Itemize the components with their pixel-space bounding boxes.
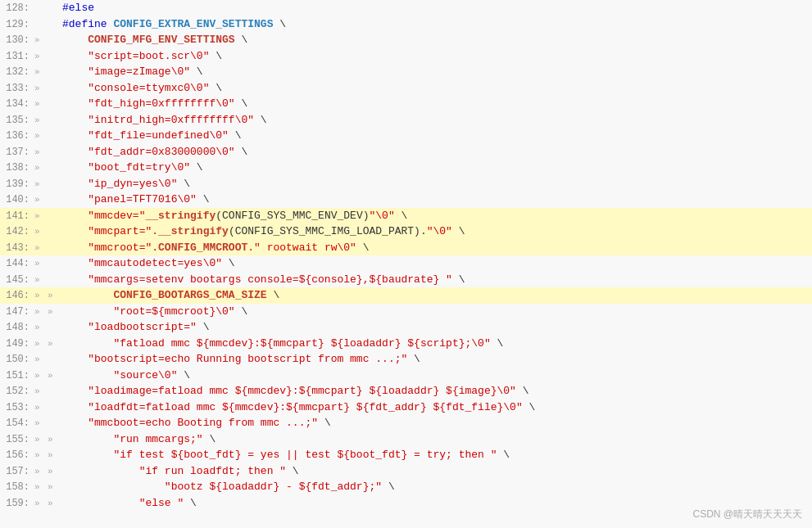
token: \ xyxy=(452,225,465,237)
code-content: "mmcboot=echo Booting from mmc ...;" \ xyxy=(61,415,331,431)
token: #else xyxy=(62,2,94,14)
token: \ xyxy=(254,114,267,126)
token: "loadimage=fatload mmc ${mmcdev}:${mmcpa… xyxy=(88,385,516,397)
arrow1: » xyxy=(34,210,48,223)
token: "script=boot.scr\0" xyxy=(88,50,209,62)
table-row: 157:»» "if run loadfdt; then " \ xyxy=(0,463,812,480)
token: "if run loadfdt; then " xyxy=(139,465,286,477)
token: "mmcargs=setenv bootargs console=${conso… xyxy=(88,273,452,286)
token xyxy=(62,481,165,493)
line-number: 153: xyxy=(0,400,34,415)
line-number: 159: xyxy=(0,496,34,511)
code-content: "root=${mmcroot}\0" \ xyxy=(61,304,247,320)
arrow1: » xyxy=(34,161,48,175)
token: \ xyxy=(177,178,190,190)
table-row: 148:» "loadbootscript=" \ xyxy=(0,319,812,336)
table-row: 144:» "mmcautodetect=yes\0" \ xyxy=(0,255,812,272)
token: \ xyxy=(286,465,299,477)
token: "mmcroot=". xyxy=(88,241,158,254)
arrow2: » xyxy=(48,289,61,303)
token xyxy=(62,241,88,254)
code-container: 128:#else129:#define CONFIG_EXTRA_ENV_SE… xyxy=(0,0,812,528)
token: \ xyxy=(184,497,197,509)
code-content: "loadbootscript=" \ xyxy=(61,319,209,336)
token: \ xyxy=(267,289,280,301)
token: \ xyxy=(273,18,286,30)
token: \ xyxy=(235,146,248,158)
token: \ xyxy=(407,353,420,365)
token xyxy=(62,401,88,413)
code-content: "ip_dyn=yes\0" \ xyxy=(61,176,190,192)
token: \ xyxy=(197,321,210,333)
table-row: 137:» "fdt_addr=0x83000000\0" \ xyxy=(0,144,812,160)
code-table: 128:#else129:#define CONFIG_EXTRA_ENV_SE… xyxy=(0,0,812,511)
arrow1: » xyxy=(34,481,48,494)
token: "mmcpart=". xyxy=(88,225,158,237)
code-content: #else xyxy=(61,0,94,16)
code-content: "mmcargs=setenv bootargs console=${conso… xyxy=(61,272,465,288)
table-row: 134:» "fdt_high=0xffffffff\0" \ xyxy=(0,96,812,112)
token: \ xyxy=(395,210,408,222)
token xyxy=(62,97,88,110)
arrow2: » xyxy=(48,465,61,479)
token: (CONFIG_SYS_MMC_IMG_LOAD_PART). xyxy=(229,225,427,237)
code-content: "image=zImage\0" \ xyxy=(61,64,203,80)
token: "loadbootscript=" xyxy=(88,321,197,333)
line-number: 133: xyxy=(0,81,34,96)
table-row: 139:» "ip_dyn=yes\0" \ xyxy=(0,176,812,192)
code-content: CONFIG_BOOTARGS_CMA_SIZE \ xyxy=(61,287,279,304)
token xyxy=(62,146,88,158)
arrow1: » xyxy=(34,449,48,463)
code-content: "mmcpart=".__stringify(CONFIG_SYS_MMC_IM… xyxy=(61,223,465,240)
line-number: 157: xyxy=(0,464,34,479)
table-row: 158:»» "bootz ${loadaddr} - ${fdt_addr};… xyxy=(0,479,812,495)
token: \ xyxy=(209,50,222,62)
arrow2: » xyxy=(48,305,61,319)
code-content: "bootz ${loadaddr} - ${fdt_addr};" \ xyxy=(61,479,395,495)
token: __stringify xyxy=(158,225,229,237)
token: "root=${mmcroot}\0" xyxy=(113,305,234,318)
line-number: 149: xyxy=(0,336,34,351)
code-content: "boot_fdt=try\0" \ xyxy=(61,160,203,176)
token: ." rootwait rw\0" xyxy=(247,241,356,254)
token: "loadfdt=fatload mmc ${mmcdev}:${mmcpart… xyxy=(88,401,523,413)
line-number: 142: xyxy=(0,224,34,239)
arrow1: » xyxy=(34,178,48,192)
code-content: "source\0" \ xyxy=(61,368,190,384)
table-row: 159:»» "else " \ xyxy=(0,495,812,512)
token: \ xyxy=(491,337,504,350)
arrow1: » xyxy=(34,305,48,319)
token xyxy=(62,114,88,126)
arrow1: » xyxy=(34,369,48,383)
code-content: "script=boot.scr\0" \ xyxy=(61,48,222,65)
line-number: 150: xyxy=(0,352,34,367)
line-number: 139: xyxy=(0,177,34,192)
token xyxy=(62,178,88,190)
line-number: 140: xyxy=(0,192,34,207)
arrow1: » xyxy=(34,129,48,143)
token: \ xyxy=(197,193,210,205)
line-number: 131: xyxy=(0,49,34,64)
code-content: #define CONFIG_EXTRA_ENV_SETTINGS \ xyxy=(61,16,286,33)
token: \ xyxy=(497,449,510,461)
token xyxy=(62,321,88,333)
token xyxy=(62,225,88,237)
token: (CONFIG_SYS_MMC_ENV_DEV) xyxy=(215,210,369,222)
token xyxy=(62,465,139,477)
table-row: 140:» "panel=TFT7016\0" \ xyxy=(0,192,812,208)
line-number: 154: xyxy=(0,416,34,431)
code-content: "fdt_file=undefined\0" \ xyxy=(61,128,241,144)
token xyxy=(62,433,113,445)
token: \ xyxy=(523,401,536,413)
code-content: "mmcautodetect=yes\0" \ xyxy=(61,255,235,272)
table-row: 141:» "mmcdev="__stringify(CONFIG_SYS_MM… xyxy=(0,208,812,224)
token: "bootscript=echo Running bootscript from… xyxy=(88,353,407,365)
token xyxy=(62,193,88,205)
token xyxy=(62,65,88,78)
token: "fdt_addr=0x83000000\0" xyxy=(88,146,234,158)
arrow1: » xyxy=(34,97,48,111)
code-content: "else " \ xyxy=(61,495,197,512)
table-row: 154:» "mmcboot=echo Booting from mmc ...… xyxy=(0,415,812,431)
token: "mmcautodetect=yes\0" xyxy=(88,257,222,269)
token: "source\0" xyxy=(113,369,177,381)
